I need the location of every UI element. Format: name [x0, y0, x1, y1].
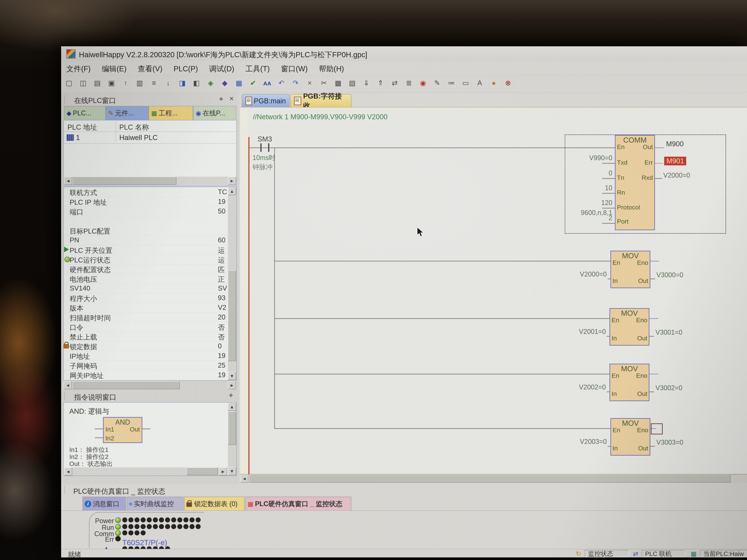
- toolbar-hardware-config-icon[interactable]: ▦: [233, 77, 244, 88]
- instruction-vscrollbar[interactable]: ▲ ▼: [228, 403, 236, 476]
- mov4-in-value[interactable]: V2003=0: [553, 438, 607, 446]
- scroll-down-icon[interactable]: ▼: [228, 372, 236, 380]
- pin-icon[interactable]: ⌖: [229, 391, 233, 400]
- comm-tn-value[interactable]: 0: [573, 169, 612, 177]
- mov1-in-value[interactable]: V2000=0: [553, 270, 607, 278]
- menu-help[interactable]: 帮助(H): [314, 61, 349, 74]
- mov-block-1[interactable]: MOV En Eno In Out: [611, 251, 650, 288]
- toolbar-close-project-icon[interactable]: ⊗: [503, 77, 514, 88]
- toolbar-paste-icon[interactable]: ▨: [346, 77, 358, 88]
- comm-port-value[interactable]: 2: [573, 214, 612, 222]
- property-hscrollbar[interactable]: ◄ ►: [64, 381, 236, 390]
- toolbar-export-icon[interactable]: ↓: [162, 77, 174, 88]
- toolbar-edit-mode-icon[interactable]: ✎: [432, 77, 443, 88]
- ladder-editor-canvas[interactable]: //Network 1 M900-M999,V900-V999 V2000 SM…: [240, 107, 747, 475]
- dock-drag-handle[interactable]: [64, 96, 66, 104]
- and-block[interactable]: AND In1 In2 Out: [103, 417, 142, 443]
- property-vscrollbar[interactable]: ▲ ▼: [228, 187, 236, 380]
- contact-operand[interactable]: SM3: [258, 135, 272, 143]
- comm-out-operand[interactable]: M900: [666, 140, 684, 148]
- tab-message-window[interactable]: i 消息窗口: [82, 497, 126, 511]
- scroll-up-icon[interactable]: ▲: [228, 187, 236, 195]
- menu-window[interactable]: 窗口(W): [276, 61, 313, 74]
- scroll-thumb[interactable]: [72, 381, 180, 389]
- toolbar-copy-icon[interactable]: ▩: [333, 77, 344, 88]
- toolbar-lock-plc-icon[interactable]: ●: [488, 77, 499, 88]
- comm-block[interactable]: COMM En Txd Tn Rn Protocol Port Out Err …: [615, 135, 655, 230]
- scroll-left-icon[interactable]: ◄: [64, 381, 72, 389]
- network-comment[interactable]: //Network 1 M900-M999,V900-V999 V2000: [253, 113, 388, 121]
- menu-file[interactable]: 文件(F): [61, 61, 96, 74]
- contact-symbol[interactable]: [260, 143, 262, 152]
- pin-icon[interactable]: ⌖: [219, 95, 223, 103]
- menu-debug[interactable]: 调试(D): [204, 61, 239, 74]
- toolbar-force-io-icon[interactable]: ≔: [446, 77, 457, 88]
- mov4-out-value[interactable]: V3003=0: [656, 438, 683, 446]
- scroll-left-icon[interactable]: ◄: [240, 475, 249, 483]
- dock-tab-plc[interactable]: ◆ PLC...: [64, 106, 106, 120]
- mov2-out-value[interactable]: V3001=0: [655, 328, 682, 336]
- plc-row-address[interactable]: 1: [76, 134, 80, 142]
- dock-tab-online-plc[interactable]: ◉ 在线P...: [193, 106, 236, 120]
- menu-plc[interactable]: PLC(P): [169, 62, 203, 73]
- tab-locked-data-table[interactable]: 锁定数据表 (0): [184, 497, 244, 511]
- mov-block-2[interactable]: MOV En Eno In Out: [610, 308, 649, 346]
- toolbar-compare-icon[interactable]: ⇄: [389, 77, 400, 88]
- toolbar-delete-icon[interactable]: ×: [304, 77, 315, 88]
- mov1-out-value[interactable]: V3000=0: [656, 271, 683, 279]
- toolbar-syntax-check-icon[interactable]: ✔: [248, 77, 259, 88]
- tab-realtime-curve[interactable]: ≈ 实时曲线监控: [127, 497, 183, 511]
- contact-symbol[interactable]: [268, 143, 269, 152]
- toolbar-data-table-icon[interactable]: ▭: [460, 77, 471, 88]
- toolbar-upload-plc-icon[interactable]: ⇑: [375, 77, 386, 88]
- mov-block-3[interactable]: MOV En Eno In Out: [610, 364, 649, 401]
- toolbar-page-setup-icon[interactable]: ▥: [134, 77, 145, 88]
- panel-drag-handle[interactable]: [64, 392, 66, 400]
- toolbar-find-icon[interactable]: AA: [262, 78, 273, 89]
- toolbar-new-project-icon[interactable]: ◫: [77, 77, 88, 88]
- panel-drag-handle[interactable]: [64, 486, 66, 494]
- toolbar-network-config-icon[interactable]: ≣: [403, 77, 414, 88]
- editor-hscrollbar[interactable]: ◄: [240, 475, 747, 483]
- close-icon[interactable]: ×: [229, 95, 234, 103]
- toolbar-print-icon[interactable]: ≡: [148, 77, 159, 88]
- dock-tab-project[interactable]: ▦ 工程...: [149, 106, 193, 120]
- scroll-thumb[interactable]: [186, 468, 218, 475]
- toolbar-compile-icon[interactable]: ◈: [205, 77, 216, 88]
- scroll-right-icon[interactable]: ►: [219, 468, 227, 476]
- scroll-right-icon[interactable]: ►: [228, 177, 236, 185]
- toolbar-screenshot-icon[interactable]: ◨: [177, 77, 188, 88]
- tab-pgb-receive[interactable]: PGB:字符接收: [290, 94, 352, 107]
- plc-row-name[interactable]: Haiwell PLC: [119, 134, 158, 142]
- scroll-thumb[interactable]: [73, 177, 176, 185]
- comm-rn-value[interactable]: 10: [573, 184, 612, 192]
- instruction-hscrollbar[interactable]: ◄ ►: [64, 468, 228, 476]
- toolbar-compile-all-icon[interactable]: ◆: [219, 77, 230, 88]
- menu-edit[interactable]: 编辑(E): [97, 61, 132, 74]
- dock-tab-components[interactable]: ✎ 元件...: [106, 106, 149, 120]
- plc-table-hscrollbar[interactable]: ◄ ►: [64, 177, 236, 185]
- status-monitor-state[interactable]: 监控状态: [585, 550, 629, 557]
- toolbar-open-icon[interactable]: ▤: [92, 77, 103, 88]
- scroll-thumb[interactable]: [228, 270, 236, 361]
- comm-err-operand[interactable]: M901: [664, 157, 686, 165]
- toolbar-font-icon[interactable]: A: [474, 77, 485, 88]
- mov2-in-value[interactable]: V2001=0: [552, 328, 606, 336]
- toolbar-new-file-icon[interactable]: ▢: [63, 77, 75, 88]
- toolbar-upload-file-icon[interactable]: ↑: [120, 77, 131, 88]
- mov-block-4[interactable]: MOV En Eno In Out: [611, 418, 650, 456]
- scroll-thumb[interactable]: [228, 411, 236, 445]
- menu-view[interactable]: 查看(V): [132, 61, 168, 74]
- status-current-plc[interactable]: 当前PLC:Haiw: [700, 550, 747, 557]
- comm-txd-value[interactable]: V990=0: [573, 154, 612, 162]
- menu-tools[interactable]: 工具(T): [240, 61, 275, 74]
- comm-protocol-value[interactable]: 120: [573, 199, 612, 207]
- toolbar-preview-icon[interactable]: ◧: [191, 77, 202, 88]
- scroll-up-icon[interactable]: ▲: [228, 403, 236, 411]
- toolbar-online-monitor-icon[interactable]: ◉: [417, 77, 429, 88]
- toolbar-undo-icon[interactable]: ↶: [276, 77, 287, 88]
- scroll-thumb[interactable]: [249, 475, 730, 483]
- scroll-down-icon[interactable]: ▼: [228, 467, 236, 475]
- tab-pgb-main[interactable]: PGB:main: [242, 94, 289, 107]
- tab-plc-simulation[interactable]: ▦ PLC硬件仿真窗口 _ 监控状态: [245, 497, 351, 511]
